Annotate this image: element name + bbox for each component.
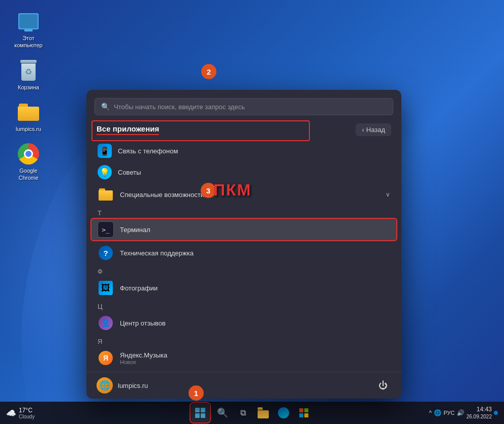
yandex-icon: Я: [99, 351, 113, 365]
start-button[interactable]: [191, 404, 209, 422]
yandex-music-info: Яндекс.Музыка Новое: [120, 351, 167, 365]
power-button[interactable]: ⏻: [375, 377, 391, 394]
user-profile[interactable]: 🌐 lumpics.ru: [97, 377, 148, 394]
back-button-label: Назад: [366, 126, 385, 134]
search-bar[interactable]: 🔍 Чтобы начать поиск, введите запрос зде…: [94, 98, 393, 115]
section-letter-ya: Я: [90, 335, 397, 346]
yandex-music-subtitle: Новое: [120, 359, 167, 365]
taskbar: ☁️ 17°C Cloudy: [0, 402, 504, 424]
folder-accessibility-icon: [99, 188, 113, 201]
notification-badge: [494, 411, 498, 415]
username-label: lumpics.ru: [118, 382, 148, 389]
taskbar-search-button[interactable]: 🔍: [213, 404, 232, 422]
app-item-photos[interactable]: 🖼 Фотографии: [90, 276, 397, 300]
feedback-app-name: Центр отзывов: [120, 319, 166, 327]
taskview-icon: ⧉: [240, 408, 246, 417]
section-letter-t: Т: [90, 206, 397, 218]
network-icon: 🌐: [434, 409, 442, 416]
taskbar-center: 🔍 ⧉: [191, 404, 313, 422]
apps-list: 📱 Связь с телефоном 💡 Советы Специальные…: [86, 140, 401, 370]
pkm-label: ПКМ: [213, 181, 251, 200]
chrome-icon: [17, 143, 40, 165]
start-menu-footer: 🌐 lumpics.ru ⏻: [86, 372, 401, 399]
weather-info: 17°C Cloudy: [19, 407, 35, 419]
edge-icon: [278, 407, 289, 418]
time-display: 14:43 26.09.2022: [466, 405, 492, 421]
language-indicator: РУС: [444, 410, 455, 416]
section-letter-f: Ф: [90, 265, 397, 276]
power-icon: ⏻: [379, 380, 388, 391]
computer-icon-label: Этот компьютер: [10, 35, 47, 49]
all-apps-title: Все приложения: [97, 124, 159, 135]
photos-app-icon: 🖼: [98, 280, 114, 296]
taskbar-taskview-button[interactable]: ⧉: [234, 404, 252, 422]
desktop: Этот компьютер ♻ Корзина lumpics.ru: [0, 0, 504, 424]
taskbar-store-button[interactable]: [295, 404, 313, 422]
taskbar-fileexplorer-button[interactable]: [254, 404, 272, 422]
accessibility-app-name: Специальные возможности: [120, 191, 204, 199]
photos-app-name: Фотографии: [120, 284, 158, 292]
windows-logo-icon: [195, 408, 205, 418]
recycle-bin-icon: ♻: [17, 59, 40, 82]
desktop-icon-recycle[interactable]: ♻ Корзина: [10, 59, 47, 91]
tips-app-icon: 💡: [98, 165, 112, 179]
step-1-bubble: 1: [188, 385, 204, 401]
start-button-wrap: [191, 404, 209, 422]
folder-lumpics-icon: [17, 101, 40, 123]
terminal-app-name: Терминал: [120, 226, 150, 234]
folder-lumpics-label: lumpics.ru: [16, 125, 41, 133]
clock-time: 14:43: [466, 405, 492, 414]
tray-expand-icon: ^: [429, 409, 432, 416]
desktop-icon-chrome[interactable]: Google Chrome: [10, 143, 47, 182]
terminal-app-icon: >_: [98, 221, 114, 238]
taskbar-left: ☁️ 17°C Cloudy: [6, 407, 67, 419]
photos-icon-box: 🖼: [99, 281, 113, 295]
apps-header: Все приложения ‹ Назад: [86, 121, 401, 140]
desktop-icons-area: Этот компьютер ♻ Корзина lumpics.ru: [10, 10, 47, 182]
start-menu: 🔍 Чтобы начать поиск, введите запрос зде…: [86, 90, 401, 399]
desktop-icon-folder-lumpics[interactable]: lumpics.ru: [10, 101, 47, 133]
chevron-left-icon: ‹: [362, 126, 364, 134]
chrome-icon-label: Google Chrome: [10, 167, 47, 182]
clock-date: 26.09.2022: [466, 413, 492, 420]
feedback-icon-box: 👤: [99, 316, 113, 330]
desktop-icon-computer[interactable]: Этот компьютер: [10, 10, 47, 49]
yandex-music-app-icon: Я: [98, 350, 114, 366]
cloud-icon: ☁️: [6, 408, 16, 418]
app-item-feedback[interactable]: 👤 Центр отзывов: [90, 311, 397, 335]
search-taskbar-icon: 🔍: [217, 407, 228, 418]
store-icon: [299, 408, 308, 417]
phone-app-name: Связь с телефоном: [118, 147, 178, 155]
taskbar-edge-button[interactable]: [274, 404, 293, 422]
user-avatar: 🌐: [97, 377, 113, 394]
volume-icon: 🔊: [457, 409, 464, 416]
search-icon: 🔍: [101, 103, 110, 111]
feedback-app-icon: 👤: [98, 315, 114, 331]
search-placeholder-text: Чтобы начать поиск, введите запрос здесь: [114, 103, 245, 111]
expand-arrow-icon: ∨: [386, 191, 390, 198]
app-item-phone[interactable]: 📱 Связь с телефоном: [90, 140, 397, 161]
app-item-yandex-music[interactable]: Я Яндекс.Музыка Новое: [90, 346, 397, 370]
weather-temp: 17°C: [19, 407, 35, 414]
step-2-bubble: 2: [201, 64, 216, 79]
taskbar-right: ^ 🌐 РУС 🔊 14:43 26.09.2022: [429, 405, 498, 421]
question-icon: ?: [99, 246, 113, 260]
file-explorer-icon: [258, 407, 269, 418]
support-app-icon: ?: [98, 245, 114, 261]
system-tray[interactable]: ^ 🌐 РУС 🔊 14:43 26.09.2022: [429, 405, 498, 421]
app-item-terminal[interactable]: >_ Терминал: [90, 218, 397, 241]
app-item-tips[interactable]: 💡 Советы: [90, 161, 397, 183]
weather-condition: Cloudy: [19, 414, 35, 419]
computer-icon: [17, 10, 40, 32]
support-app-name: Техническая поддержка: [120, 249, 194, 257]
tips-app-name: Советы: [118, 169, 141, 176]
phone-app-icon: 📱: [98, 144, 112, 158]
app-item-support[interactable]: ? Техническая поддержка: [90, 241, 397, 265]
accessibility-app-icon: [98, 186, 114, 203]
back-button[interactable]: ‹ Назад: [356, 123, 391, 136]
yandex-music-name: Яндекс.Музыка: [120, 351, 167, 359]
section-letter-ts: Ц: [90, 300, 397, 311]
recycle-bin-label: Корзина: [18, 84, 39, 91]
weather-widget[interactable]: ☁️ 17°C Cloudy: [6, 407, 35, 419]
